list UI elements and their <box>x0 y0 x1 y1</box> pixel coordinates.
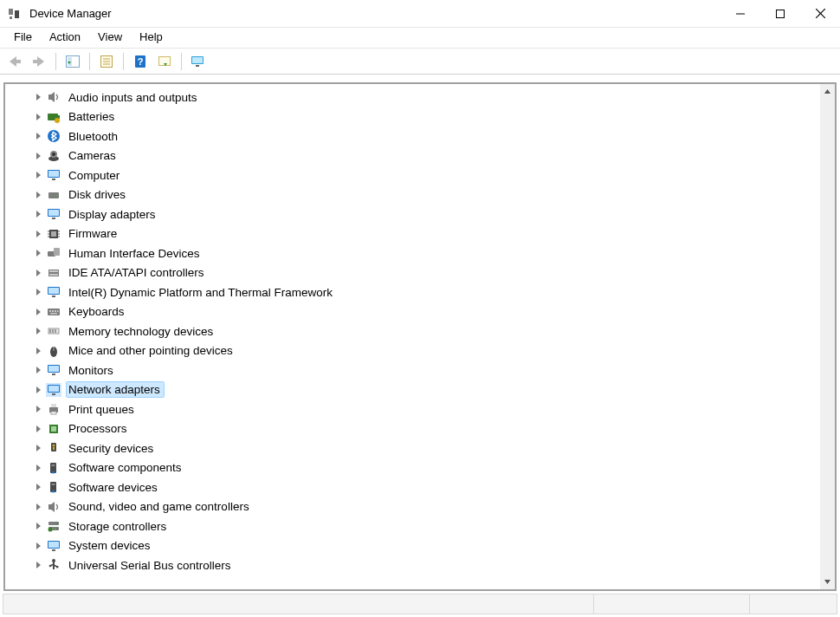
chevron-right-icon[interactable] <box>33 172 43 179</box>
tree-item[interactable]: Network adapters <box>5 380 820 400</box>
chevron-right-icon[interactable] <box>33 211 43 218</box>
chevron-right-icon[interactable] <box>33 347 43 354</box>
tree-item[interactable]: Monitors <box>5 360 820 380</box>
tree-item-label: Keyboards <box>68 305 125 318</box>
window-controls <box>720 0 840 27</box>
svg-rect-20 <box>196 65 199 67</box>
close-button[interactable] <box>800 0 840 27</box>
tree-item[interactable]: Storage controllers <box>5 516 820 536</box>
monitor-icon <box>46 207 61 221</box>
monitor-icon <box>46 363 61 377</box>
sw-icon <box>46 461 61 475</box>
security-icon <box>46 441 61 455</box>
chevron-right-icon[interactable] <box>33 542 43 549</box>
menu-view[interactable]: View <box>89 28 131 48</box>
scroll-down-button[interactable] <box>820 575 835 589</box>
tree-item[interactable]: Keyboards <box>5 302 820 322</box>
chevron-right-icon[interactable] <box>33 386 43 393</box>
maximize-button[interactable] <box>760 0 800 27</box>
toolbar-separator <box>89 53 90 70</box>
tree-item[interactable]: Audio inputs and outputs <box>5 88 820 107</box>
tree-item[interactable]: Intel(R) Dynamic Platform and Thermal Fr… <box>5 283 820 302</box>
chevron-right-icon[interactable] <box>33 425 43 432</box>
ide-icon <box>46 266 61 280</box>
chevron-right-icon[interactable] <box>33 328 43 334</box>
chevron-right-icon[interactable] <box>33 133 43 140</box>
statusbar <box>3 594 837 614</box>
scroll-up-button[interactable] <box>820 84 835 99</box>
tree-item[interactable]: Display adapters <box>5 205 820 224</box>
menu-file[interactable]: File <box>5 28 41 48</box>
tree-item[interactable]: Mice and other pointing devices <box>5 341 820 361</box>
tree-item[interactable]: Memory technology devices <box>5 321 820 341</box>
tree-item[interactable]: Bluetooth <box>5 127 820 146</box>
chevron-right-icon[interactable] <box>33 231 43 237</box>
tree-item[interactable]: Sound, video and game controllers <box>5 497 820 517</box>
monitor-icon <box>46 285 61 299</box>
tree-item[interactable]: Batteries <box>5 107 820 127</box>
chevron-right-icon[interactable] <box>33 250 43 257</box>
chevron-right-icon[interactable] <box>33 153 43 159</box>
toolbar-properties-button[interactable] <box>95 51 118 72</box>
tree-item-label: Audio inputs and outputs <box>68 91 197 104</box>
vertical-scrollbar[interactable] <box>820 84 835 589</box>
disk-icon <box>46 188 61 202</box>
tree-item[interactable]: Disk drives <box>5 185 820 205</box>
tree-item[interactable]: System devices <box>5 536 820 556</box>
device-tree[interactable]: Audio inputs and outputsBatteriesBluetoo… <box>5 84 820 589</box>
chip-icon <box>46 227 61 241</box>
tree-item[interactable]: Software devices <box>5 477 820 497</box>
tree-item[interactable]: Firmware <box>5 224 820 244</box>
chevron-right-icon[interactable] <box>33 464 43 471</box>
chevron-right-icon[interactable] <box>33 94 43 101</box>
status-cell <box>3 594 594 614</box>
toolbar-console-tree-button[interactable] <box>61 51 84 72</box>
tree-item[interactable]: Print queues <box>5 399 820 419</box>
toolbar-scan-button[interactable] <box>153 51 176 72</box>
menu-help[interactable]: Help <box>131 28 171 48</box>
chevron-right-icon[interactable] <box>33 192 43 198</box>
window-title: Device Manager <box>29 7 112 20</box>
menu-action[interactable]: Action <box>41 28 89 48</box>
tree-item-label: Print queues <box>68 403 134 416</box>
chevron-right-icon[interactable] <box>33 367 43 373</box>
chevron-right-icon[interactable] <box>33 406 43 412</box>
sw-icon <box>46 480 61 494</box>
toolbar-back-button[interactable] <box>3 51 26 72</box>
chevron-right-icon[interactable] <box>33 445 43 451</box>
toolbar-separator <box>123 53 124 70</box>
tree-item[interactable]: Cameras <box>5 146 820 166</box>
tree-item-label: Security devices <box>68 442 153 455</box>
speaker-icon <box>46 90 61 104</box>
battery-icon <box>46 110 61 124</box>
tree-item-label: Cameras <box>68 149 116 162</box>
minimize-button[interactable] <box>720 0 760 27</box>
tree-item[interactable]: Software components <box>5 458 820 478</box>
app-icon <box>7 7 21 21</box>
chevron-right-icon[interactable] <box>33 270 43 276</box>
tree-item[interactable]: IDE ATA/ATAPI controllers <box>5 263 820 283</box>
tree-item[interactable]: Universal Serial Bus controllers <box>5 555 820 575</box>
chevron-right-icon[interactable] <box>33 562 43 568</box>
tree-item[interactable]: Processors <box>5 419 820 439</box>
tree-item[interactable]: Human Interface Devices <box>5 244 820 263</box>
chevron-right-icon[interactable] <box>33 308 43 315</box>
tree-item[interactable]: Computer <box>5 166 820 185</box>
toolbar-help-button[interactable]: ? <box>129 51 152 72</box>
tree-item-label: Intel(R) Dynamic Platform and Thermal Fr… <box>68 286 333 299</box>
chevron-right-icon[interactable] <box>33 523 43 529</box>
svg-line-6 <box>816 9 825 18</box>
chevron-right-icon[interactable] <box>33 484 43 490</box>
toolbar-separator <box>55 53 56 70</box>
chevron-right-icon[interactable] <box>33 503 43 510</box>
toolbar-monitor-button[interactable] <box>187 51 210 72</box>
toolbar-forward-button[interactable] <box>28 51 50 72</box>
menubar: File Action View Help <box>0 28 840 49</box>
tree-item[interactable]: Security devices <box>5 438 820 458</box>
tree-item-label: Disk drives <box>68 188 126 201</box>
chevron-right-icon[interactable] <box>33 289 43 296</box>
chevron-right-icon[interactable] <box>33 114 43 120</box>
titlebar: Device Manager <box>0 0 840 28</box>
toolbar-separator <box>181 53 182 70</box>
tree-item-label: Software devices <box>68 481 158 494</box>
